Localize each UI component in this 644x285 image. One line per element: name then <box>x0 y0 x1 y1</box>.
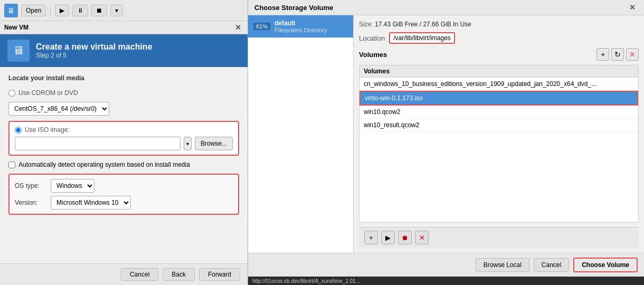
pool-item-default[interactable]: 61% default Filesystem Directory <box>248 15 353 38</box>
volume-item-win10-qcow2[interactable]: win10.qcow2 <box>359 106 638 119</box>
os-type-dropdown[interactable]: Windows <box>51 179 94 193</box>
auto-detect-label: Automatically detect operating system ba… <box>18 161 190 168</box>
volumes-title: Volumes <box>359 51 387 59</box>
cdrom-option-row: Use CDROM or DVD <box>8 89 239 97</box>
wizard-step: Step 2 of 5 <box>36 52 153 59</box>
play-icon: ▶ <box>60 7 64 14</box>
close-button[interactable]: ✕ <box>233 23 243 32</box>
cdrom-radio[interactable] <box>8 90 15 97</box>
os-type-row: OS type: Windows <box>15 179 233 193</box>
cancel-button[interactable]: Cancel <box>121 268 158 281</box>
play-tool-button[interactable]: ▶ <box>381 231 395 244</box>
forward-button[interactable]: Forward <box>199 268 240 281</box>
iso-label: Use ISO image: <box>25 126 70 134</box>
app-icon: 🖥 <box>4 4 18 17</box>
iso-radio[interactable] <box>15 127 22 134</box>
cdrom-dropdown[interactable]: CentOS_7_x86_64 (/dev/sr0) <box>8 102 109 116</box>
dialog-close-button[interactable]: ✕ <box>627 3 638 12</box>
add-tool-button[interactable]: + <box>364 231 378 244</box>
delete-volume-button[interactable]: ✕ <box>626 48 639 61</box>
add-volume-button[interactable]: + <box>596 48 609 61</box>
size-label: Size: <box>359 21 373 28</box>
stop-button[interactable]: ⏹ <box>91 5 107 16</box>
browse-local-button[interactable]: Browse Local <box>476 258 529 272</box>
pool-info: default Filesystem Directory <box>274 20 327 33</box>
monitor-icon: 🖥 <box>7 6 15 15</box>
dialog-titlebar: Choose Storage Volume ✕ <box>248 0 644 15</box>
play-button[interactable]: ▶ <box>55 5 69 16</box>
record-tool-button[interactable]: ⏺ <box>398 231 412 244</box>
version-row: Version: Microsoft Windows 10 <box>15 196 233 210</box>
separator <box>50 5 51 16</box>
version-label: Version: <box>15 199 46 206</box>
browse-button[interactable]: Browse... <box>195 137 233 150</box>
status-bar: http://01ocos.sb.dev/libvirt/A_xunshine_… <box>248 277 644 285</box>
wizard-header: 🖥 Create a new virtual machine Step 2 of… <box>0 34 248 67</box>
dialog-title: Choose Storage Volume <box>254 4 333 12</box>
toolbar: 🖥 Open ▶ ⏸ ⏹ ▾ <box>0 0 248 21</box>
os-type-label: OS type: <box>15 182 46 189</box>
wizard-icon: 🖥 <box>7 40 30 62</box>
volume-item-virtio[interactable]: virtio-win-0.1.173.iso <box>359 91 638 106</box>
dialog-cancel-button[interactable]: Cancel <box>534 258 569 272</box>
status-text: http://01ocos.sb.dev/libvirt/A_xunshine_… <box>252 278 360 284</box>
iso-input-row: ▾ Browse... <box>15 137 233 150</box>
pool-sidebar: 61% default Filesystem Directory <box>248 15 354 253</box>
refresh-volumes-button[interactable]: ↻ <box>611 48 624 61</box>
cdrom-label: Use CDROM or DVD <box>18 89 78 97</box>
volume-list: Volumes cn_windows_10_business_editions_… <box>359 65 639 223</box>
choose-volume-button[interactable]: Choose Volume <box>573 258 638 272</box>
volume-item-win10-result[interactable]: win10_result.qcow2 <box>359 119 638 132</box>
pause-button[interactable]: ⏸ <box>72 5 88 16</box>
pause-icon: ⏸ <box>77 7 83 14</box>
menu-button[interactable]: ▾ <box>110 5 123 16</box>
pool-percent: 61% <box>253 23 270 30</box>
size-row: Size: 17.43 GiB Free / 27.66 GiB In Use <box>359 21 471 28</box>
wizard-info: Create a new virtual machine Step 2 of 5 <box>36 42 153 59</box>
pool-name: default <box>274 20 327 27</box>
volumes-header: Volumes + ↻ ✕ <box>359 48 639 61</box>
vm-titlebar: New VM ✕ <box>0 21 248 34</box>
iso-path-input[interactable] <box>15 137 181 150</box>
location-row: Location /var/lib/libvirt/images <box>359 32 639 44</box>
open-button[interactable]: Open <box>21 5 46 16</box>
location-value: /var/lib/libvirt/images <box>389 32 455 44</box>
volume-actions: + ↻ ✕ <box>596 48 639 61</box>
wizard-body: Locate your install media Use CDROM or D… <box>0 67 248 263</box>
stop-tool-button[interactable]: ✕ <box>415 231 429 244</box>
volume-item-cn-windows[interactable]: cn_windows_10_business_editions_version_… <box>359 78 638 91</box>
iso-option-row: Use ISO image: <box>15 126 233 134</box>
storage-info: Size: 17.43 GiB Free / 27.66 GiB In Use <box>359 21 639 28</box>
back-button[interactable]: Back <box>163 268 195 281</box>
volume-area: Size: 17.43 GiB Free / 27.66 GiB In Use … <box>354 15 644 253</box>
auto-detect-row: Automatically detect operating system ba… <box>8 161 239 168</box>
location-label: Location <box>359 34 385 42</box>
os-section: OS type: Windows Version: Microsoft Wind… <box>8 174 239 215</box>
stop-icon: ⏹ <box>96 7 102 14</box>
iso-section: Use ISO image: ▾ Browse... <box>8 121 239 156</box>
open-label: Open <box>26 7 41 14</box>
menu-icon: ▾ <box>115 7 118 14</box>
iso-dropdown-button[interactable]: ▾ <box>184 137 192 150</box>
choose-storage-dialog: Choose Storage Volume ✕ 61% default File… <box>248 0 644 285</box>
version-dropdown[interactable]: Microsoft Windows 10 <box>51 196 131 210</box>
dialog-footer: Browse Local Cancel Choose Volume <box>248 253 644 277</box>
dialog-body: 61% default Filesystem Directory Size: 1… <box>248 15 644 253</box>
cdrom-dropdown-row: CentOS_7_x86_64 (/dev/sr0) <box>8 102 239 116</box>
vm-title: New VM <box>4 24 29 31</box>
new-vm-panel: 🖥 Open ▶ ⏸ ⏹ ▾ New VM ✕ 🖥 Create a new v… <box>0 0 248 285</box>
volumes-column-header: Volumes <box>359 65 638 78</box>
locate-media-label: Locate your install media <box>8 74 239 82</box>
auto-detect-checkbox[interactable] <box>8 162 15 168</box>
size-value: 17.43 GiB Free / 27.66 GiB In Use <box>375 21 471 28</box>
wizard-footer: Cancel Back Forward <box>0 263 248 285</box>
volume-bottom-toolbar: + ▶ ⏺ ✕ <box>359 227 639 248</box>
wizard-title: Create a new virtual machine <box>36 42 153 52</box>
pool-type: Filesystem Directory <box>274 27 327 33</box>
